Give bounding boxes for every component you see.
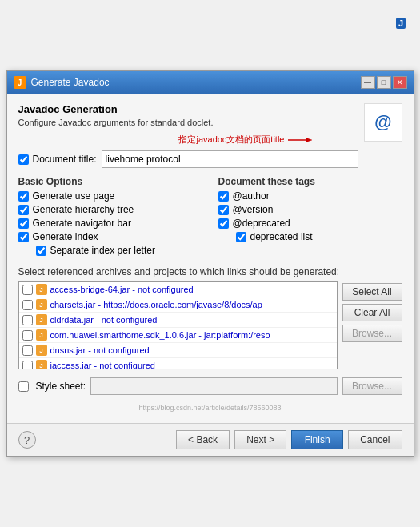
- ref-list[interactable]: J access-bridge-64.jar - not configured …: [18, 281, 338, 369]
- basic-options-col: Basic Options Generate use page Generate…: [18, 176, 202, 258]
- clear-all-button[interactable]: Clear All: [342, 304, 402, 321]
- annotation-area: 指定javadoc文档的页面title: [18, 134, 312, 146]
- section-title: Javadoc Generation: [18, 103, 356, 115]
- tag-author-cb[interactable]: [218, 191, 229, 202]
- browse-button[interactable]: Browse...: [342, 325, 402, 342]
- tag-version-label: @version: [233, 204, 274, 215]
- tag-deprecated-label: @deprecated: [233, 218, 290, 229]
- opt-navigator-cb[interactable]: [18, 218, 29, 229]
- stylesheet-row: Style sheet: Browse...: [18, 377, 402, 395]
- tag-deprecated-list: deprecated list: [218, 231, 402, 242]
- opt-separate-index-cb[interactable]: [36, 246, 46, 256]
- stylesheet-label: Style sheet:: [36, 381, 86, 392]
- stylesheet-browse-button[interactable]: Browse...: [342, 377, 402, 395]
- section-description: Configure Javadoc arguments for standard…: [18, 118, 356, 127]
- opt-use-page-cb[interactable]: [18, 191, 29, 202]
- main-window: J Generate Javadoc — □ ✕ Javadoc Generat…: [6, 70, 414, 457]
- tag-author-label: @author: [233, 190, 270, 202]
- jar-icon: J: [36, 299, 47, 310]
- doc-title-checkbox[interactable]: [18, 154, 29, 165]
- footer-right: < Back Next > Finish Cancel: [176, 430, 402, 449]
- opt-navigator-label: Generate navigator bar: [33, 218, 131, 229]
- jar-icon: J: [36, 284, 47, 295]
- list-item: J charsets.jar - https://docs.oracle.com…: [19, 297, 337, 313]
- stylesheet-checkbox[interactable]: [18, 381, 29, 392]
- list-item: J dnsns.jar - not configured: [19, 343, 337, 358]
- ref-item-2-text: cldrdata.jar - not configured: [50, 315, 158, 325]
- opt-hierarchy-label: Generate hierarchy tree: [33, 204, 134, 215]
- list-item: J com.huawei.smarthome.sdk_1.0.6.jar - j…: [19, 328, 337, 343]
- jar-icon: J: [36, 329, 47, 341]
- ref-section-label: Select referenced archives and projects …: [18, 266, 402, 277]
- jar-icon: J: [36, 360, 47, 369]
- opt-index-label: Generate index: [33, 231, 98, 242]
- ref-area: J access-bridge-64.jar - not configured …: [18, 281, 402, 369]
- finish-button[interactable]: Finish: [291, 430, 343, 449]
- doc-tags-title: Document these tags: [218, 176, 402, 187]
- doc-title-input[interactable]: [102, 150, 358, 168]
- tag-version-cb[interactable]: [218, 205, 229, 215]
- dialog-content: Javadoc Generation Configure Javadoc arg…: [7, 94, 414, 423]
- window-title: Generate Javadoc: [31, 77, 110, 88]
- opt-use-page: Generate use page: [18, 190, 202, 202]
- back-button[interactable]: < Back: [176, 430, 230, 449]
- ref-item-3-text: com.huawei.smarthome.sdk_1.0.6.jar - jar…: [50, 330, 270, 340]
- list-item: J jaccess.jar - not configured: [19, 358, 337, 369]
- maximize-button[interactable]: □: [377, 76, 391, 89]
- stylesheet-input[interactable]: [90, 377, 337, 395]
- ref-item-5-cb[interactable]: [22, 361, 33, 370]
- tag-version: @version: [218, 204, 402, 215]
- ref-item-3-cb[interactable]: [22, 330, 33, 341]
- annotation-text: 指定javadoc文档的页面title: [178, 134, 284, 146]
- doc-title-label: Document title:: [33, 154, 97, 165]
- opt-hierarchy: Generate hierarchy tree: [18, 204, 202, 215]
- tag-deprecated-cb[interactable]: [218, 218, 229, 229]
- minimize-button[interactable]: —: [361, 76, 375, 89]
- ref-item-5-text: jaccess.jar - not configured: [50, 361, 155, 369]
- ref-item-1-cb[interactable]: [22, 300, 33, 310]
- title-bar-controls: — □ ✕: [361, 76, 407, 89]
- header-left: Javadoc Generation Configure Javadoc arg…: [18, 103, 356, 147]
- opt-navigator: Generate navigator bar: [18, 218, 202, 229]
- ref-item-0-text: access-bridge-64.jar - not configured: [50, 285, 194, 294]
- opt-index: Generate index: [18, 231, 202, 242]
- window-icon: J: [14, 76, 26, 89]
- close-button[interactable]: ✕: [393, 76, 407, 89]
- ref-item-0-cb[interactable]: [22, 285, 33, 295]
- ref-item-1-text: charsets.jar - https://docs.oracle.com/j…: [50, 300, 262, 309]
- ref-item-4-text: dnsns.jar - not configured: [50, 345, 150, 355]
- basic-options-title: Basic Options: [18, 176, 202, 187]
- title-bar: J Generate Javadoc — □ ✕: [7, 71, 414, 94]
- watermark: https://blog.csdn.net/article/details/78…: [18, 403, 402, 413]
- footer: ? < Back Next > Finish Cancel: [7, 423, 414, 456]
- opt-separate-index-label: Separate index per letter: [50, 245, 155, 256]
- ref-item-4-cb[interactable]: [22, 345, 33, 356]
- doc-title-row: Document title:: [18, 150, 358, 168]
- options-columns: Basic Options Generate use page Generate…: [18, 176, 402, 258]
- tag-deprecated-list-label: deprecated list: [250, 231, 313, 242]
- footer-left: ?: [18, 431, 36, 449]
- tag-author: @author: [218, 190, 402, 202]
- help-button[interactable]: ?: [18, 431, 36, 449]
- opt-hierarchy-cb[interactable]: [18, 205, 29, 215]
- next-button[interactable]: Next >: [234, 430, 286, 449]
- tag-deprecated-list-cb[interactable]: [236, 232, 246, 242]
- opt-index-cb[interactable]: [18, 232, 29, 242]
- opt-use-page-label: Generate use page: [33, 190, 115, 202]
- cancel-button[interactable]: Cancel: [348, 430, 402, 449]
- jar-icon: J: [36, 345, 47, 356]
- annotation-row: 指定javadoc文档的页面title: [178, 134, 311, 146]
- ref-buttons: Select All Clear All Browse...: [342, 281, 402, 369]
- header-area: Javadoc Generation Configure Javadoc arg…: [18, 103, 402, 147]
- title-bar-left: J Generate Javadoc: [14, 76, 110, 89]
- ref-item-2-cb[interactable]: [22, 315, 33, 325]
- doc-tags-col: Document these tags @author @version @de…: [218, 176, 402, 258]
- tag-deprecated: @deprecated: [218, 218, 402, 229]
- annotation-arrow: [288, 134, 312, 146]
- jar-icon: J: [36, 314, 47, 325]
- list-item: J access-bridge-64.jar - not configured: [19, 282, 337, 297]
- list-item: J cldrdata.jar - not configured: [19, 313, 337, 328]
- javadoc-logo: @ J: [364, 103, 402, 142]
- opt-separate-index: Separate index per letter: [18, 245, 202, 256]
- select-all-button[interactable]: Select All: [342, 283, 402, 301]
